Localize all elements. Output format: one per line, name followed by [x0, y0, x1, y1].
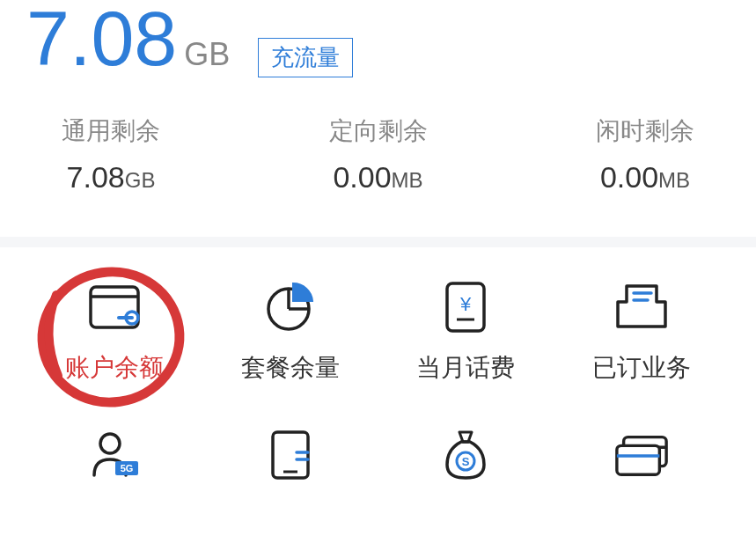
total-data-unit: GB	[184, 36, 230, 73]
remaining-directional[interactable]: 定向剩余 0.00MB	[329, 114, 428, 195]
grid-package-remaining[interactable]: 套餐余量	[224, 279, 356, 385]
remaining-unit: MB	[392, 168, 423, 192]
svg-point-9	[100, 434, 120, 453]
grid-user-5g[interactable]: 5G	[48, 427, 180, 483]
grid-subscribed-services[interactable]: 已订业务	[576, 279, 708, 385]
remaining-unit: MB	[658, 168, 690, 192]
svg-text:¥: ¥	[459, 293, 472, 315]
money-bag-icon: S	[437, 427, 494, 483]
svg-text:5G: 5G	[121, 463, 134, 474]
remaining-value: 0.00	[333, 160, 391, 194]
grid-label: 套餐余量	[241, 351, 340, 385]
remaining-value: 0.00	[600, 160, 658, 194]
remaining-label: 通用剩余	[62, 114, 160, 148]
bill-icon: ¥	[437, 279, 494, 335]
cards-icon	[613, 427, 670, 483]
grid-tablet[interactable]	[224, 427, 356, 483]
remaining-value: 7.08	[67, 160, 125, 194]
inbox-icon	[613, 279, 670, 335]
grid-money-bag[interactable]: S	[400, 427, 532, 483]
grid-label: 当月话费	[416, 351, 515, 385]
grid-account-balance[interactable]: 账户余额	[48, 279, 180, 385]
pie-icon	[262, 279, 319, 335]
remaining-idle[interactable]: 闲时剩余 0.00MB	[596, 114, 694, 195]
tablet-icon	[262, 427, 319, 483]
remaining-unit: GB	[125, 168, 156, 192]
total-data-value: 7.08	[26, 0, 177, 77]
grid-label: 账户余额	[65, 351, 164, 385]
remaining-label: 定向剩余	[329, 114, 428, 148]
user-5g-icon: 5G	[86, 427, 143, 483]
recharge-button[interactable]: 充流量	[258, 38, 353, 77]
svg-rect-20	[617, 445, 659, 474]
remaining-general[interactable]: 通用剩余 7.08GB	[62, 114, 160, 195]
remaining-label: 闲时剩余	[596, 114, 694, 148]
grid-label: 已订业务	[592, 351, 691, 385]
grid-cards[interactable]	[576, 427, 708, 483]
svg-text:S: S	[462, 455, 470, 468]
wallet-icon	[86, 279, 143, 335]
grid-monthly-bill[interactable]: ¥ 当月话费	[400, 279, 532, 385]
svg-rect-1	[91, 287, 138, 327]
